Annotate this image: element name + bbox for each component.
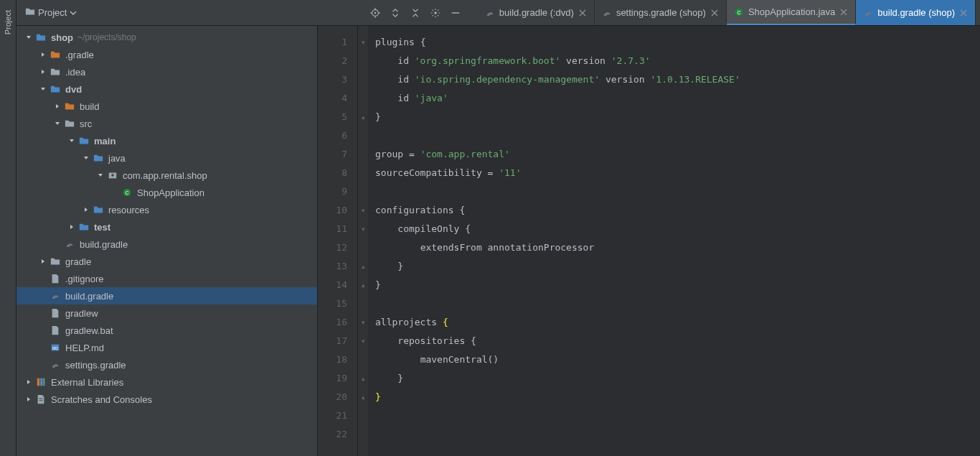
editor-tab[interactable]: build.gradle (:dvd) [478,0,595,25]
code-line[interactable]: repositories { [375,332,980,350]
code-line[interactable]: } [375,108,980,126]
expand-all-icon[interactable] [387,5,403,21]
tree-node[interactable]: .gradle [17,46,317,63]
tree-node[interactable]: main [17,132,317,149]
settings-icon[interactable] [428,5,443,21]
editor-tab[interactable]: CShopApplication.java [727,0,856,25]
tree-node[interactable]: .idea [17,63,317,80]
code-area[interactable]: plugins { id 'org.springframework.boot' … [368,26,980,456]
close-icon[interactable] [710,9,719,17]
tree-arrow-icon[interactable] [38,256,48,266]
tree-node[interactable]: MDHELP.md [17,339,317,356]
code-line[interactable]: group = 'com.app.rental' [375,145,980,164]
tree-node[interactable]: src [17,115,317,132]
line-number: 18 [318,350,347,369]
code-line[interactable] [375,425,980,444]
code-line[interactable]: id 'java' [375,89,980,108]
line-number: 2 [318,52,347,70]
code-line[interactable]: allprojects { [375,313,980,332]
locate-icon[interactable] [367,5,383,21]
tree-node[interactable]: java [17,149,317,167]
tree-arrow-icon[interactable] [110,187,120,197]
code-line[interactable]: id 'io.spring.dependency-management' ver… [375,70,980,89]
tree-arrow-icon[interactable] [67,136,77,146]
tree-arrow-icon[interactable] [38,67,48,77]
code-line[interactable]: } [375,388,980,406]
tree-arrow-icon[interactable] [38,274,48,284]
tree-arrow-icon[interactable] [38,291,48,301]
tree-arrow-icon[interactable] [52,101,62,111]
editor-pane[interactable]: 12345678910111213141516171819202122 ▾ ▴ … [318,26,980,456]
tree-node[interactable]: test [17,218,317,236]
project-dropdown-label: Project [38,7,67,18]
tree-arrow-icon[interactable] [81,205,91,215]
tree-arrow-icon[interactable] [38,360,48,370]
tree-node[interactable]: build.gradle [17,287,317,304]
tree-arrow-icon[interactable] [24,377,34,387]
tree-arrow-icon[interactable] [24,32,34,42]
tree-node[interactable]: settings.gradle [17,356,317,373]
tree-arrow-icon[interactable] [95,170,105,180]
close-icon[interactable] [578,9,587,17]
tab-label: ShopApplication.java [748,6,835,17]
code-line[interactable] [375,294,980,313]
close-icon[interactable] [839,8,848,17]
tree-node[interactable]: .gitignore [17,270,317,287]
code-line[interactable]: sourceCompatibility = '11' [375,164,980,182]
code-line[interactable] [375,406,980,425]
tree-arrow-icon[interactable] [38,84,48,94]
node-icon [50,66,61,78]
code-line[interactable]: plugins { [375,33,980,52]
hide-icon[interactable] [448,5,463,21]
code-line[interactable]: compileOnly { [375,220,980,238]
tree-arrow-icon[interactable] [52,118,62,129]
tree-arrow-icon[interactable] [38,343,48,353]
tree-node[interactable]: build.gradle [17,236,317,253]
tree-arrow-icon[interactable] [81,153,91,163]
tree-arrow-icon[interactable] [38,325,48,335]
tree-node[interactable]: External Libraries [17,373,317,391]
svg-text:MD: MD [52,346,58,350]
project-tree[interactable]: shop~/projects/shop.gradle.ideadvdbuilds… [17,26,318,456]
node-label: .idea [65,67,85,78]
tree-node[interactable]: Scratches and Consoles [17,391,317,408]
code-line[interactable] [375,182,980,201]
tree-node[interactable]: gradle [17,253,317,270]
tree-node[interactable]: build [17,98,317,115]
line-number: 4 [318,89,347,108]
svg-rect-13 [44,378,45,386]
code-line[interactable] [375,126,980,145]
line-number: 7 [318,145,347,164]
editor-tab[interactable]: settings.gradle (shop) [595,0,727,25]
tree-node[interactable]: gradlew [17,304,317,322]
project-view-dropdown[interactable]: Project [21,5,81,20]
tree-node[interactable]: com.app.rental.shop [17,167,317,184]
tree-node[interactable]: dvd [17,80,317,98]
editor-tab[interactable]: build.gradle (shop) [856,0,976,25]
node-label: Scratches and Consoles [51,394,152,405]
node-icon [50,325,61,336]
node-icon [64,118,75,129]
close-icon[interactable] [959,9,968,17]
tree-arrow-icon[interactable] [38,308,48,318]
tree-arrow-icon[interactable] [24,394,34,404]
line-number: 5 [318,108,347,126]
tree-node[interactable]: CShopApplication [17,184,317,201]
tree-arrow-icon[interactable] [38,50,48,60]
node-icon [35,376,47,388]
code-line[interactable]: mavenCentral() [375,350,980,369]
code-line[interactable]: id 'org.springframework.boot' version '2… [375,52,980,70]
collapse-all-icon[interactable] [407,5,423,21]
svg-point-1 [374,11,377,14]
code-line[interactable]: } [375,276,980,294]
tree-arrow-icon[interactable] [67,222,77,232]
code-line[interactable]: } [375,369,980,388]
tree-node[interactable]: gradlew.bat [17,322,317,339]
code-line[interactable]: extendsFrom annotationProcessor [375,238,980,257]
tree-node[interactable]: resources [17,201,317,218]
rail-project[interactable]: Project [2,6,14,39]
tree-node[interactable]: shop~/projects/shop [17,29,317,46]
code-line[interactable]: } [375,257,980,276]
code-line[interactable]: configurations { [375,201,980,220]
tree-arrow-icon[interactable] [52,239,62,249]
